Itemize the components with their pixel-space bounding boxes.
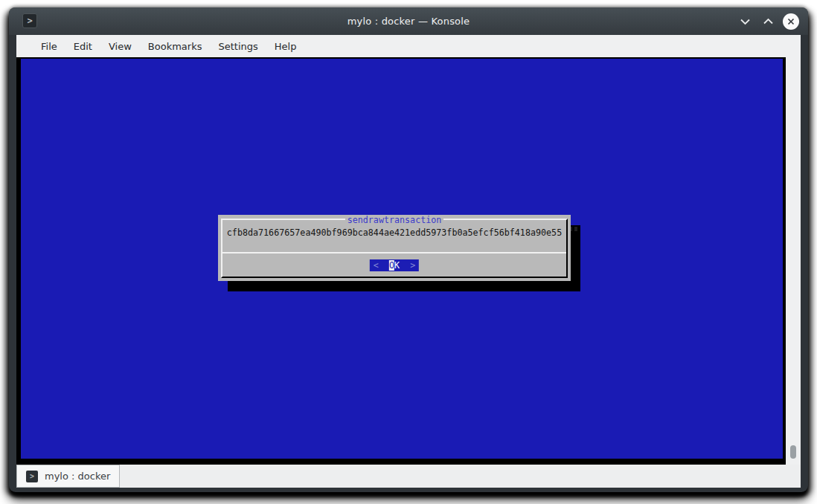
menu-view[interactable]: View: [100, 35, 140, 57]
dialog-title: sendrawtransaction: [218, 214, 571, 225]
konsole-app-icon[interactable]: >: [22, 13, 37, 28]
tab-bar: > mylo : docker: [16, 465, 801, 488]
menu-bookmarks[interactable]: Bookmarks: [140, 35, 211, 57]
close-x-icon: [786, 17, 795, 26]
menu-edit[interactable]: Edit: [65, 35, 100, 57]
scrollbar-thumb[interactable]: [790, 445, 796, 459]
dialog-separator: [222, 252, 566, 253]
menubar: File Edit View Bookmarks Settings Help: [16, 35, 801, 57]
chevron-up-icon: [763, 18, 774, 25]
tab-mylo-docker[interactable]: > mylo : docker: [16, 465, 120, 488]
titlebar[interactable]: > mylo : docker — Konsole: [9, 7, 808, 35]
minimize-button[interactable]: [737, 13, 753, 30]
menu-help[interactable]: Help: [266, 35, 305, 57]
window-controls: [737, 7, 799, 35]
scrollbar-track[interactable]: [786, 57, 801, 465]
chevron-down-icon: [740, 18, 751, 25]
ok-button[interactable]: < OK >: [370, 259, 419, 271]
close-button[interactable]: [783, 13, 799, 30]
tab-label: mylo : docker: [45, 471, 110, 482]
terminal-row: sendrawtransaction cfb8da71667657ea490bf…: [16, 57, 801, 465]
ok-pad1: [379, 260, 389, 271]
menu-settings[interactable]: Settings: [210, 35, 266, 57]
maximize-button[interactable]: [760, 13, 776, 30]
ok-bracket-left: <: [374, 260, 379, 271]
ok-pad2: [400, 260, 410, 271]
window-title: mylo : docker — Konsole: [9, 16, 808, 27]
terminal-prompt-icon: >: [26, 471, 38, 482]
terminal-pane[interactable]: sendrawtransaction cfb8da71667657ea490bf…: [16, 57, 786, 465]
konsole-window: > mylo : docker — Konsole File Edit Vi: [9, 7, 808, 492]
menu-file[interactable]: File: [33, 35, 65, 57]
ok-bracket-right: >: [410, 260, 415, 271]
transaction-hash-text: cfb8da71667657ea490bf969bca844ae421edd59…: [218, 227, 571, 238]
sendrawtransaction-dialog: sendrawtransaction cfb8da71667657ea490bf…: [218, 215, 571, 281]
